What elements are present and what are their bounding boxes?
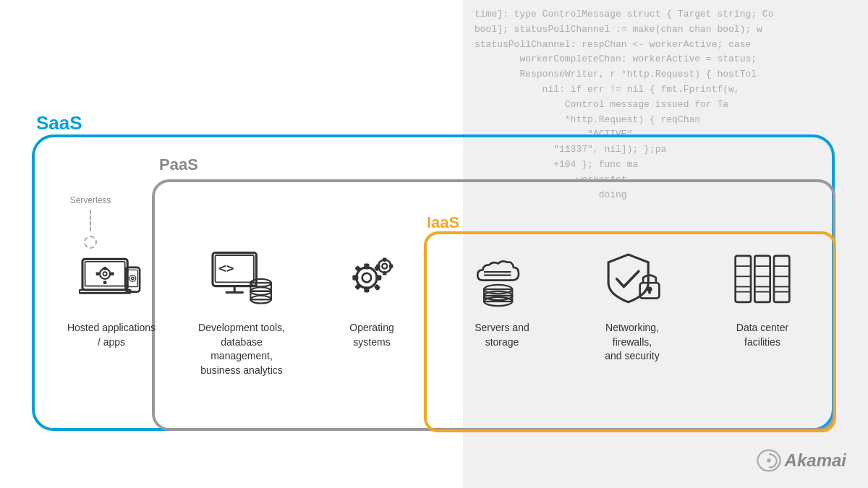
svg-rect-6 [96,273,99,275]
svg-rect-36 [383,271,386,275]
paas-label: PaaS [159,155,198,174]
icon-label-datacenter: Data centerfacilities [736,321,788,349]
akamai-logo: Akamai [756,448,846,474]
icon-item-servers-storage: Servers andstorage [444,246,560,349]
rack-icon [730,249,795,307]
svg-rect-37 [376,264,380,267]
icon-label-hosted-apps: Hosted applications/ apps [67,321,156,349]
icons-row: Hosted applications/ apps <> [32,246,842,377]
svg-rect-49 [736,256,751,302]
svg-point-64 [767,458,770,462]
icon-item-hosted-apps: Hosted applications/ apps [54,246,169,349]
svg-text:<>: <> [218,261,234,275]
shield-lock-icon [600,249,665,307]
svg-point-24 [362,273,371,282]
svg-rect-27 [352,275,358,281]
laptop-phone-icon [79,249,144,307]
svg-point-3 [103,272,106,275]
svg-rect-0 [82,259,127,290]
icon-label-dev-tools: Development tools,databasemanagement,bus… [198,321,285,377]
gear-icon [339,249,404,307]
svg-rect-35 [383,258,386,262]
icon-box-shield-lock [596,246,668,311]
svg-rect-29 [354,265,361,272]
svg-rect-4 [103,267,106,270]
icon-item-operating-systems: Operatingsystems [314,246,430,349]
main-content: SaaS PaaS IaaS Serverless [0,0,868,488]
code-database-icon: <> [209,249,274,307]
svg-rect-5 [103,281,106,284]
icon-label-operating-systems: Operatingsystems [349,321,393,349]
serverless-dashed-line [90,210,91,231]
icon-item-dev-tools: <> Development tools,databasemanagement,… [184,246,299,377]
saas-label: SaaS [36,112,82,134]
svg-rect-31 [354,283,361,290]
server-cloud-icon [469,249,535,307]
icon-box-rack [726,246,799,311]
svg-rect-26 [364,287,369,293]
icon-box-code-database: <> [205,246,278,311]
svg-rect-48 [648,289,651,294]
svg-rect-38 [389,264,393,267]
svg-rect-8 [80,290,131,293]
serverless-label: Serverless [70,195,111,205]
icon-label-networking: Networking,firewalls,and security [605,321,659,364]
svg-point-34 [382,264,387,269]
icon-item-datacenter: Data centerfacilities [705,246,820,349]
icon-box-laptop-phone [75,246,148,311]
icon-box-gear [336,246,408,311]
serverless-area: Serverless [43,195,137,249]
icon-item-networking: Networking,firewalls,and security [574,246,690,364]
svg-rect-28 [375,275,381,281]
iaas-label: IaaS [427,213,459,232]
svg-rect-59 [774,256,789,302]
svg-rect-25 [364,264,369,270]
svg-point-2 [100,269,110,279]
icon-label-servers-storage: Servers andstorage [475,321,529,349]
svg-point-11 [129,275,136,282]
icon-box-server-cloud [466,246,538,311]
svg-rect-54 [754,256,770,302]
akamai-name: Akamai [785,450,846,471]
svg-rect-7 [111,273,114,275]
akamai-swirl-icon [756,448,782,474]
svg-point-12 [132,277,135,280]
